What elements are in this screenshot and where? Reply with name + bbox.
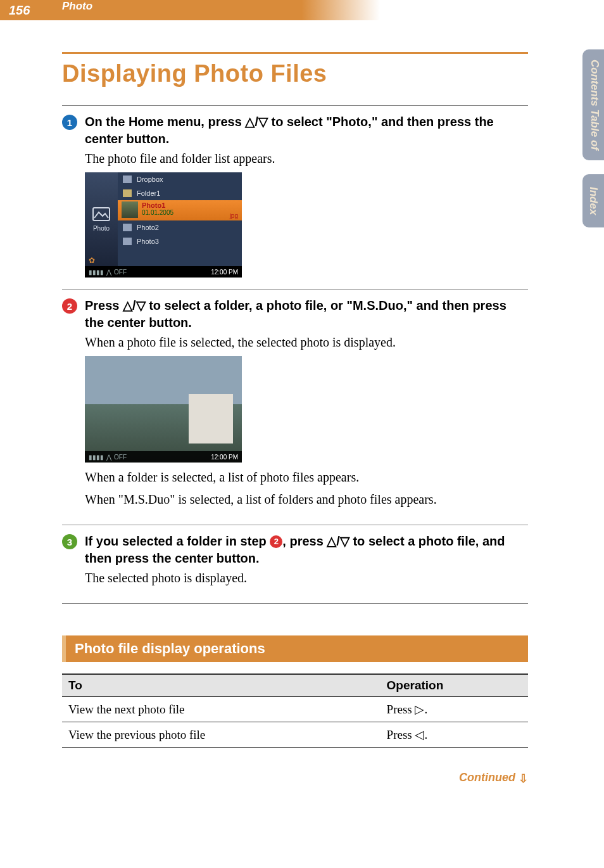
- list-item-photo2: Photo2: [118, 220, 242, 234]
- page-number: 156: [0, 3, 44, 18]
- photo1-label: Photo1: [142, 201, 237, 209]
- step-2-desc: When a photo file is selected, the selec…: [85, 334, 528, 351]
- step-1-desc: The photo file and folder list appears.: [85, 150, 528, 167]
- continued-text: Continued: [459, 771, 519, 784]
- step-1-badge: 1: [62, 115, 77, 130]
- folder1-label: Folder1: [137, 189, 160, 197]
- image-icon: [123, 224, 132, 231]
- photo-building-shape: [189, 394, 233, 444]
- table-head-operation: Operation: [381, 674, 528, 697]
- step-1: 1 On the Home menu, press △/▽ to select …: [62, 105, 528, 289]
- photo1-thumb: [122, 201, 138, 218]
- title-rule: [62, 52, 528, 54]
- cell-op: Press ◁.: [381, 722, 528, 748]
- step-1-heading: On the Home menu, press △/▽ to select "P…: [85, 113, 528, 148]
- header-category: Photo: [44, 0, 92, 12]
- device-screenshot-photo: ▮▮▮▮ ⋀ OFF 12:00 PM: [85, 356, 242, 463]
- photo1-date: 01.01.2005: [142, 209, 237, 216]
- step-2-desc-msduo: When "M.S.Duo" is selected, a list of fo…: [85, 491, 528, 508]
- list-item-photo1-selected: Photo1 01.01.2005 jpg: [118, 200, 242, 220]
- gear-icon: ✿: [89, 256, 95, 265]
- tab-table-of-contents[interactable]: Contents Table of: [582, 49, 604, 160]
- header-gradient: Photo: [44, 0, 604, 20]
- side-tabs: Contents Table of Index: [582, 49, 604, 227]
- table-row: View the previous photo file Press ◁.: [62, 722, 528, 748]
- step-2-badge: 2: [62, 298, 77, 314]
- dropbox-label: Dropbox: [137, 176, 163, 183]
- list-item-dropbox: Dropbox: [118, 172, 242, 186]
- continued-label: Continued ⇩: [62, 770, 528, 784]
- continued-arrow-icon: ⇩: [519, 772, 528, 786]
- step-ref-badge-2: 2: [270, 535, 282, 548]
- device-clock: 12:00 PM: [211, 269, 238, 276]
- device-status-bar: ▮▮▮▮ ⋀ OFF 12:00 PM: [85, 266, 242, 278]
- signal-icon: ⋀: [106, 454, 111, 461]
- photo1-ext: jpg: [230, 212, 238, 219]
- battery-icon: ▮▮▮▮: [89, 454, 104, 461]
- step-3-desc: The selected photo is displayed.: [85, 570, 528, 587]
- page-title: Displaying Photo Files: [62, 60, 528, 87]
- list-item-folder1: Folder1: [118, 186, 242, 200]
- page-header: 156 Photo: [0, 0, 604, 20]
- photo-status-off: OFF: [114, 454, 127, 461]
- content-area: Displaying Photo Files 1 On the Home men…: [0, 20, 604, 784]
- step-3-heading-pre: If you selected a folder in step: [85, 534, 270, 548]
- step-2-desc-folder: When a folder is selected, a list of pho…: [85, 469, 528, 486]
- cell-op: Press ▷.: [381, 697, 528, 722]
- image-icon: [123, 238, 132, 245]
- table-head-to: To: [62, 674, 381, 697]
- step-2-heading: Press △/▽ to select a folder, a photo fi…: [85, 297, 528, 331]
- photo-status-bar: ▮▮▮▮ ⋀ OFF 12:00 PM: [85, 451, 242, 463]
- dropbox-icon: [123, 176, 132, 183]
- photo3-label: Photo3: [137, 238, 159, 245]
- photo2-label: Photo2: [137, 224, 159, 231]
- tab-index[interactable]: Index: [582, 174, 604, 227]
- signal-icon: ⋀: [106, 269, 111, 276]
- tab-toc-line1: Table of: [589, 109, 601, 150]
- battery-icon: ▮▮▮▮: [89, 269, 104, 276]
- tab-index-label: Index: [588, 187, 600, 215]
- operations-table: To Operation View the next photo file Pr…: [62, 673, 528, 748]
- step-3-heading: If you selected a folder in step 2, pres…: [85, 533, 528, 567]
- subheader-operations: Photo file display operations: [62, 635, 528, 662]
- photo-icon: [92, 207, 110, 221]
- step-2: 2 Press △/▽ to select a folder, a photo …: [62, 289, 528, 525]
- cell-to: View the previous photo file: [62, 722, 381, 748]
- status-off: OFF: [114, 269, 127, 276]
- device-left-panel: Photo: [85, 172, 118, 266]
- table-row: View the next photo file Press ▷.: [62, 697, 528, 722]
- device-screenshot-list: Photo Dropbox Folder1 Photo1 01.01.2005 …: [85, 172, 242, 278]
- cell-to: View the next photo file: [62, 697, 381, 722]
- device-left-label: Photo: [93, 225, 110, 232]
- photo-clock: 12:00 PM: [211, 454, 238, 461]
- step-3-badge: 3: [62, 534, 77, 549]
- folder-icon: [123, 189, 132, 197]
- step-3: 3 If you selected a folder in step 2, pr…: [62, 525, 528, 604]
- list-item-photo3: Photo3: [118, 234, 242, 248]
- tab-toc-line2: Contents: [589, 60, 601, 106]
